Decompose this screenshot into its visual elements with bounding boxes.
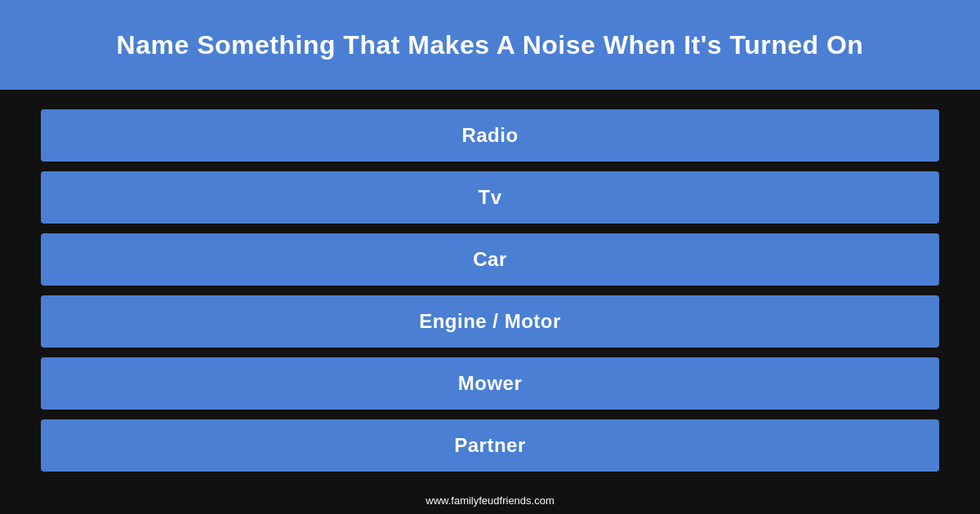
- answer-button-4[interactable]: Mower: [41, 357, 939, 410]
- answer-text-4: Mower: [458, 372, 523, 395]
- answer-text-1: Tv: [478, 186, 501, 209]
- question-title: Name Something That Makes A Noise When I…: [117, 30, 864, 60]
- answers-list: Radio Tv Car Engine / Motor Mower Partne…: [0, 95, 980, 486]
- answer-button-0[interactable]: Radio: [41, 109, 939, 162]
- answer-text-2: Car: [473, 248, 507, 271]
- question-header: Name Something That Makes A Noise When I…: [0, 0, 980, 90]
- answer-text-5: Partner: [454, 434, 526, 457]
- footer-text: www.familyfeudfriends.com: [425, 494, 555, 507]
- answer-button-2[interactable]: Car: [41, 233, 939, 286]
- answer-button-5[interactable]: Partner: [41, 419, 939, 472]
- answer-button-3[interactable]: Engine / Motor: [41, 295, 939, 348]
- footer: www.familyfeudfriends.com: [0, 486, 980, 514]
- answer-button-1[interactable]: Tv: [41, 171, 939, 224]
- answer-text-3: Engine / Motor: [419, 310, 561, 333]
- answer-text-0: Radio: [461, 124, 518, 147]
